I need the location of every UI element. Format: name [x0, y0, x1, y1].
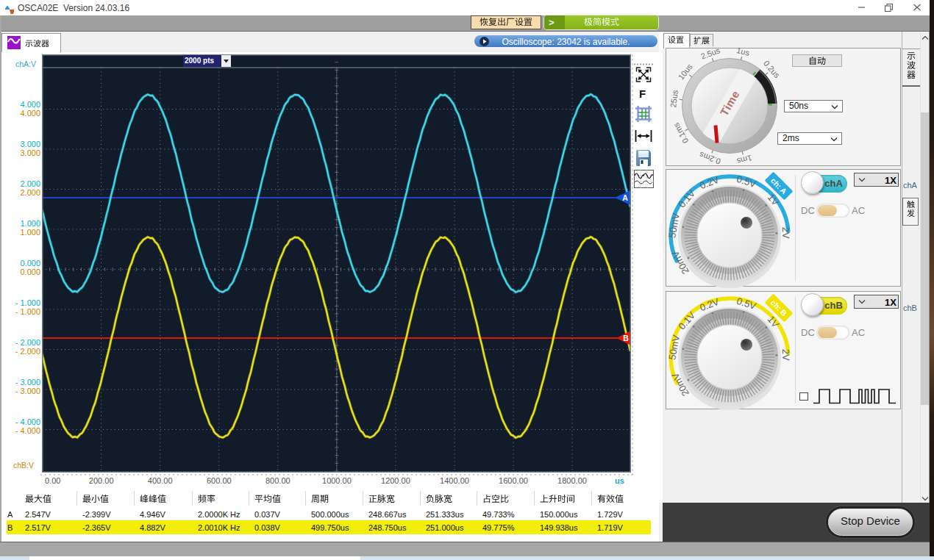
svg-text:2V: 2V — [780, 226, 792, 239]
svg-text:25us: 25us — [669, 89, 680, 108]
svg-text:B: B — [623, 334, 629, 342]
svg-text:1ms: 1ms — [735, 154, 753, 166]
svg-text:2V: 2V — [780, 348, 792, 361]
svg-text:A: A — [622, 193, 628, 202]
svg-text:2.5us: 2.5us — [699, 46, 721, 61]
svg-text:0.2ms: 0.2ms — [698, 150, 722, 166]
svg-text:1us: 1us — [735, 46, 751, 57]
